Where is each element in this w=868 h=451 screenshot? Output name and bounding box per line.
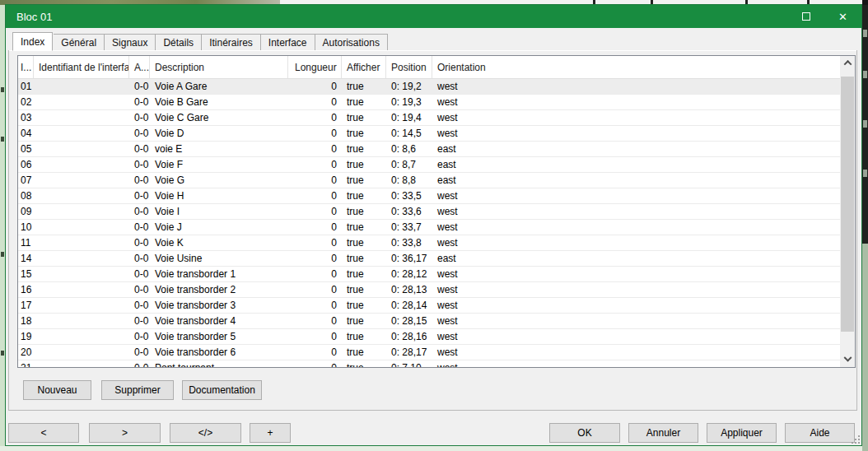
table-cell: true bbox=[342, 95, 386, 109]
supprimer-button[interactable]: Supprimer bbox=[101, 380, 174, 400]
table-cell: 0: 28,15 bbox=[386, 314, 432, 328]
column-header-position[interactable]: Position bbox=[386, 56, 432, 78]
tab-autorisations[interactable]: Autorisations bbox=[315, 34, 388, 51]
maximize-button[interactable] bbox=[787, 5, 824, 28]
ok-button[interactable]: OK bbox=[549, 423, 620, 443]
table-row[interactable]: 050-0voie E0true0: 8,6east bbox=[18, 142, 840, 157]
table-row[interactable]: 210-0Pont tournant0true0: 7,10west bbox=[18, 360, 840, 367]
tab-general[interactable]: Général bbox=[54, 34, 105, 51]
table-cell: Voie transborder 1 bbox=[150, 267, 288, 281]
table-cell: voie E bbox=[150, 142, 288, 156]
table-cell bbox=[34, 298, 129, 313]
window-title: Bloc 01 bbox=[16, 11, 52, 23]
table-cell: 0-0 bbox=[129, 314, 150, 328]
table-row[interactable]: 180-0Voie transborder 40true0: 28,15west bbox=[18, 314, 840, 329]
previous-button[interactable]: < bbox=[8, 423, 79, 443]
vertical-scrollbar[interactable] bbox=[840, 56, 855, 367]
table-cell: 0: 28,13 bbox=[386, 282, 432, 297]
table-cell: true bbox=[342, 173, 386, 188]
resize-grip[interactable] bbox=[850, 434, 860, 444]
table-row[interactable]: 100-0Voie J0true0: 33,7west bbox=[18, 220, 840, 235]
plus-button[interactable]: + bbox=[250, 423, 291, 443]
table-cell: 0 bbox=[288, 173, 342, 188]
tab-index[interactable]: Index bbox=[12, 32, 53, 51]
annuler-button[interactable]: Annuler bbox=[628, 423, 698, 443]
table-cell: 0: 8,7 bbox=[386, 157, 432, 172]
column-header-afficher[interactable]: Afficher bbox=[342, 56, 386, 78]
titlebar[interactable]: Bloc 01 ✕ bbox=[6, 5, 861, 28]
table-cell: Voie C Gare bbox=[150, 110, 288, 125]
table-row[interactable]: 030-0Voie C Gare0true0: 19,4west bbox=[18, 110, 840, 126]
table-cell: west bbox=[432, 95, 840, 109]
table-cell: 0: 8,6 bbox=[386, 142, 432, 156]
table-cell: true bbox=[342, 142, 386, 156]
close-icon: ✕ bbox=[838, 12, 847, 22]
table-cell: 0 bbox=[288, 110, 342, 125]
table-row[interactable]: 010-0Voie A Gare0true0: 19,2west bbox=[18, 79, 840, 95]
table-body: 010-0Voie A Gare0true0: 19,2west020-0Voi… bbox=[18, 79, 840, 367]
screen: Bloc 01 ✕ Index Général Signaux Détails … bbox=[0, 0, 868, 451]
table-cell: 0: 7,10 bbox=[386, 360, 432, 367]
xml-code-button[interactable]: </> bbox=[170, 423, 241, 443]
close-button[interactable]: ✕ bbox=[824, 5, 861, 28]
tab-itineraires[interactable]: Itinéraires bbox=[202, 34, 261, 51]
scroll-down-button[interactable] bbox=[840, 353, 855, 367]
table-row[interactable]: 080-0Voie H0true0: 33,5west bbox=[18, 188, 840, 204]
table-row[interactable]: 060-0Voie F0true0: 8,7east bbox=[18, 157, 840, 173]
tab-interface[interactable]: Interface bbox=[261, 34, 315, 51]
table-cell: 0 bbox=[288, 314, 342, 328]
column-header-identifiant[interactable]: Identifiant de l'interface bbox=[34, 56, 129, 78]
table-row[interactable]: 170-0Voie transborder 30true0: 28,14west bbox=[18, 298, 840, 314]
table-cell: west bbox=[432, 110, 840, 125]
table-cell: 0: 33,6 bbox=[386, 204, 432, 219]
table-cell: 0 bbox=[288, 220, 342, 235]
table-cell: west bbox=[432, 79, 840, 94]
column-header-description[interactable]: Description bbox=[150, 56, 288, 78]
table-cell: 0: 33,7 bbox=[386, 220, 432, 235]
table-row[interactable]: 040-0Voie D0true0: 14,5west bbox=[18, 126, 840, 142]
background-mark bbox=[863, 71, 867, 78]
table-row[interactable]: 190-0Voie transborder 50true0: 28,16west bbox=[18, 329, 840, 345]
table-cell: true bbox=[342, 235, 386, 250]
nouveau-button[interactable]: Nouveau bbox=[23, 380, 91, 400]
table-cell: west bbox=[432, 298, 840, 313]
table-cell: east bbox=[432, 157, 840, 172]
table-cell: 0 bbox=[288, 79, 342, 94]
column-header-longueur[interactable]: Longueur bbox=[288, 56, 342, 78]
table-cell: 09 bbox=[18, 204, 34, 219]
table-cell bbox=[34, 345, 129, 360]
next-button[interactable]: > bbox=[89, 423, 161, 443]
table-cell: 0-0 bbox=[129, 188, 150, 203]
table-cell: west bbox=[432, 267, 840, 281]
tab-details[interactable]: Détails bbox=[156, 34, 202, 51]
table-row[interactable]: 110-0Voie K0true0: 33,8west bbox=[18, 235, 840, 251]
table-cell: 0 bbox=[288, 126, 342, 141]
table-cell: 18 bbox=[18, 314, 34, 328]
table-row[interactable]: 140-0Voie Usine0true0: 36,17east bbox=[18, 251, 840, 267]
aide-button[interactable]: Aide bbox=[785, 423, 855, 443]
table-cell: west bbox=[432, 126, 840, 141]
column-header-orientation[interactable]: Orientation bbox=[432, 56, 840, 78]
tab-signaux[interactable]: Signaux bbox=[105, 34, 156, 51]
table-row[interactable]: 150-0Voie transborder 10true0: 28,12west bbox=[18, 267, 840, 282]
table-cell bbox=[34, 360, 129, 367]
background-mark bbox=[863, 30, 867, 37]
table-cell bbox=[34, 267, 129, 281]
scrollbar-thumb[interactable] bbox=[841, 77, 854, 332]
column-header-a[interactable]: A... bbox=[129, 56, 150, 78]
table-cell: east bbox=[432, 251, 840, 266]
table-cell: Voie H bbox=[150, 188, 288, 203]
table-row[interactable]: 070-0Voie G0true0: 8,8east bbox=[18, 173, 840, 188]
appliquer-button[interactable]: Appliquer bbox=[707, 423, 777, 443]
documentation-button[interactable]: Documentation bbox=[182, 380, 262, 400]
table-row[interactable]: 200-0Voie transborder 60true0: 28,17west bbox=[18, 345, 840, 360]
table-row[interactable]: 160-0Voie transborder 20true0: 28,13west bbox=[18, 282, 840, 298]
table-cell: Voie transborder 5 bbox=[150, 329, 288, 344]
scroll-up-button[interactable] bbox=[840, 56, 855, 70]
table-row[interactable]: 090-0Voie I0true0: 33,6west bbox=[18, 204, 840, 220]
table-cell: 05 bbox=[18, 142, 34, 156]
table-cell: true bbox=[342, 157, 386, 172]
table-row[interactable]: 020-0Voie B Gare0true0: 19,3west bbox=[18, 95, 840, 110]
table-cell: 0: 19,2 bbox=[386, 79, 432, 94]
column-header-i[interactable]: I... bbox=[18, 56, 34, 78]
